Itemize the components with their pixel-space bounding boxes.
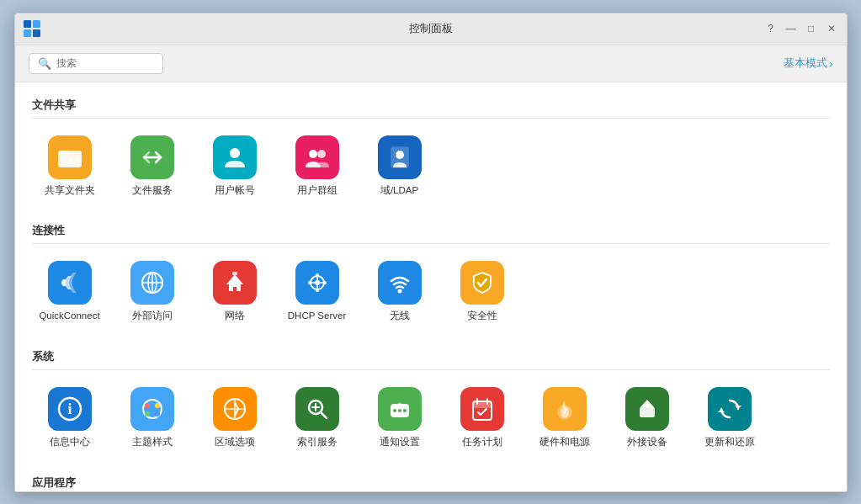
- svg-rect-2: [24, 29, 31, 37]
- search-box[interactable]: 🔍: [29, 53, 163, 74]
- svg-point-18: [316, 289, 319, 292]
- section-apps-title: 应用程序: [32, 469, 830, 491]
- shared-folder-label: 共享文件夹: [45, 184, 95, 197]
- svg-point-9: [396, 151, 404, 159]
- title-bar: 控制面板 ? — □ ✕: [15, 13, 847, 45]
- network-icon: [213, 261, 257, 305]
- quickconnect-label: QuickConnect: [39, 310, 99, 322]
- task-scheduler-label: 任务计划: [462, 436, 502, 448]
- svg-rect-1: [33, 20, 40, 28]
- item-user-group[interactable]: 用户群组: [279, 129, 355, 204]
- network-label: 网络: [225, 310, 245, 322]
- item-notification[interactable]: 通知设置: [362, 380, 438, 455]
- svg-point-29: [145, 403, 150, 408]
- wireless-label: 无线: [390, 310, 410, 322]
- item-security[interactable]: 安全性: [444, 254, 520, 329]
- search-icon: 🔍: [38, 57, 51, 70]
- external-access-label: 外部访问: [132, 310, 173, 322]
- shared-folder-icon: [48, 135, 92, 179]
- file-services-icon: [130, 135, 174, 179]
- item-wireless[interactable]: 无线: [362, 254, 438, 329]
- item-shared-folder[interactable]: 共享文件夹: [32, 129, 108, 204]
- item-info-center[interactable]: i 信息中心: [32, 380, 108, 455]
- regional-icon: [213, 387, 257, 431]
- item-theme-style[interactable]: 主题样式: [114, 380, 190, 455]
- wireless-icon: [378, 261, 422, 305]
- svg-point-6: [309, 150, 317, 158]
- item-index-service[interactable]: 索引服务: [279, 380, 355, 455]
- svg-point-16: [315, 280, 320, 285]
- system-grid: i 信息中心 主题样式: [32, 380, 830, 455]
- chevron-right-icon: ›: [829, 57, 832, 70]
- svg-point-7: [317, 150, 326, 158]
- svg-point-30: [155, 403, 160, 408]
- update-restore-icon: [708, 387, 752, 431]
- security-icon: [460, 261, 504, 305]
- svg-rect-0: [24, 20, 31, 28]
- help-button[interactable]: ?: [764, 22, 778, 35]
- search-input[interactable]: [56, 57, 183, 69]
- svg-text:i: i: [67, 401, 72, 417]
- app-icon: [24, 20, 40, 37]
- regional-label: 区域选项: [215, 436, 255, 448]
- item-user-account[interactable]: 用户帐号: [197, 129, 273, 204]
- svg-point-31: [145, 411, 150, 416]
- info-center-icon: i: [48, 387, 92, 431]
- item-quickconnect[interactable]: QuickConnect: [32, 254, 108, 329]
- svg-marker-53: [718, 409, 725, 412]
- dhcp-server-label: DHCP Server: [288, 310, 346, 322]
- item-task-scheduler[interactable]: 任务计划: [444, 380, 520, 455]
- svg-marker-52: [735, 406, 741, 409]
- item-network[interactable]: 网络: [197, 254, 273, 329]
- svg-rect-50: [640, 407, 655, 417]
- svg-point-43: [403, 409, 407, 412]
- control-panel-window: 控制面板 ? — □ ✕ 🔍 基本模式 › 文件共享: [14, 13, 848, 492]
- hardware-power-icon: [543, 387, 587, 431]
- item-hardware-power[interactable]: 硬件和电源: [527, 380, 603, 455]
- external-device-label: 外接设备: [627, 436, 667, 448]
- info-center-label: 信息中心: [50, 436, 90, 448]
- dhcp-server-icon: [295, 261, 339, 305]
- theme-style-label: 主题样式: [132, 436, 173, 448]
- item-domain-ldap[interactable]: 域/LDAP: [362, 129, 438, 204]
- file-sharing-grid: 共享文件夹 文件服务: [32, 129, 830, 204]
- item-update-restore[interactable]: 更新和还原: [692, 380, 768, 455]
- svg-point-17: [316, 273, 319, 277]
- svg-point-41: [393, 409, 396, 412]
- window-controls: ? — □ ✕: [764, 22, 838, 35]
- item-file-services[interactable]: 文件服务: [114, 129, 190, 204]
- user-account-label: 用户帐号: [215, 184, 255, 197]
- external-device-icon: [625, 387, 669, 431]
- index-service-icon: [295, 387, 339, 431]
- item-external-access[interactable]: 外部访问: [114, 254, 190, 329]
- quickconnect-icon: [48, 261, 92, 305]
- svg-point-42: [398, 409, 401, 412]
- task-scheduler-icon: [460, 387, 504, 431]
- minimize-button[interactable]: —: [784, 22, 798, 35]
- svg-rect-3: [33, 29, 40, 37]
- svg-point-32: [155, 411, 160, 416]
- item-regional[interactable]: 区域选项: [197, 380, 273, 455]
- theme-style-icon: [130, 387, 174, 431]
- update-restore-label: 更新和还原: [704, 436, 755, 448]
- section-system-title: 系统: [32, 342, 830, 370]
- index-service-label: 索引服务: [297, 436, 337, 448]
- notification-label: 通知设置: [380, 436, 420, 448]
- notification-icon: [378, 387, 422, 431]
- domain-ldap-label: 域/LDAP: [380, 184, 418, 197]
- item-dhcp-server[interactable]: DHCP Server: [279, 254, 355, 329]
- basic-mode-button[interactable]: 基本模式 ›: [784, 56, 832, 71]
- maximize-button[interactable]: □: [805, 22, 818, 35]
- external-access-icon: [130, 261, 174, 305]
- security-label: 安全性: [467, 310, 497, 322]
- svg-point-25: [397, 289, 401, 294]
- item-external-device[interactable]: 外接设备: [609, 380, 685, 455]
- svg-rect-45: [473, 401, 492, 408]
- content-area: 文件共享 共享文件夹 文件服务: [15, 82, 847, 491]
- window-title: 控制面板: [409, 21, 453, 36]
- title-bar-left: [24, 20, 40, 37]
- close-button[interactable]: ✕: [825, 22, 838, 35]
- toolbar: 🔍 基本模式 ›: [15, 45, 847, 82]
- hardware-power-label: 硬件和电源: [539, 436, 590, 448]
- section-file-sharing-title: 文件共享: [32, 91, 830, 119]
